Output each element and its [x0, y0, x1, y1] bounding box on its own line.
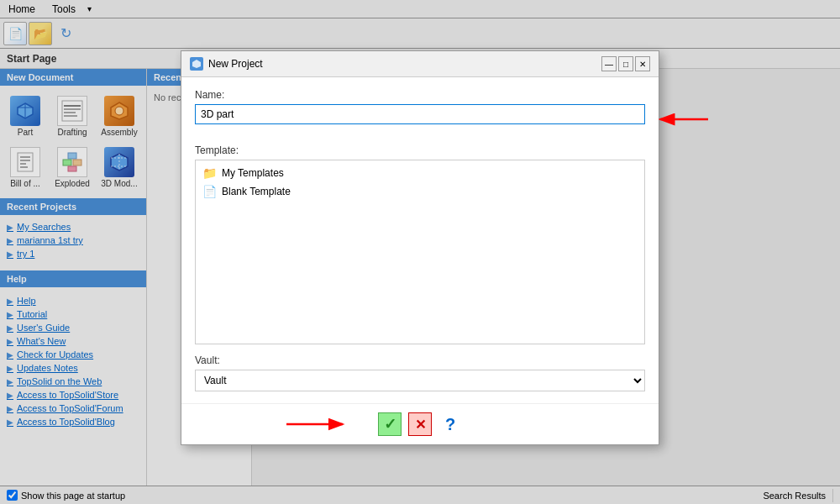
template-list: 📁 My Templates 📄 Blank Template	[195, 160, 645, 344]
dialog-title-text: New Project	[208, 58, 263, 70]
ok-button[interactable]: ✓	[378, 412, 402, 436]
my-templates-label: My Templates	[222, 167, 284, 179]
dialog-controls: — □ ✕	[601, 56, 650, 71]
template-item-my-templates[interactable]: 📁 My Templates	[199, 164, 641, 182]
name-field-wrapper	[195, 104, 645, 134]
template-item-blank[interactable]: 📄 Blank Template	[199, 182, 641, 201]
cancel-button[interactable]: ✕	[408, 412, 432, 436]
dialog-close-btn[interactable]: ✕	[635, 56, 650, 71]
dialog-overlay: New Project — □ ✕ Name: Template:	[0, 0, 840, 504]
name-input[interactable]	[195, 104, 645, 124]
new-project-dialog: New Project — □ ✕ Name: Template:	[181, 50, 659, 445]
template-label: Template:	[195, 144, 645, 156]
help-button[interactable]: ?	[438, 412, 462, 436]
dialog-body: Name: Template: 📁 My Templates 📄 Blank	[181, 77, 659, 403]
vault-select[interactable]: Vault	[195, 370, 645, 391]
footer-arrow-annotation	[282, 412, 349, 437]
dialog-title: New Project	[190, 57, 263, 71]
vault-label: Vault:	[195, 354, 645, 366]
name-arrow-annotation	[654, 107, 712, 132]
dialog-minimize-btn[interactable]: —	[601, 56, 617, 71]
dialog-title-icon	[190, 57, 203, 71]
dialog-maximize-btn[interactable]: □	[618, 56, 633, 71]
blank-template-label: Blank Template	[222, 186, 291, 197]
folder-icon: 📁	[202, 166, 217, 180]
dialog-footer: ✓ ✕ ?	[181, 403, 659, 444]
name-label: Name:	[195, 89, 645, 101]
dialog-titlebar: New Project — □ ✕	[181, 51, 659, 77]
template-icon: 📄	[202, 185, 217, 198]
